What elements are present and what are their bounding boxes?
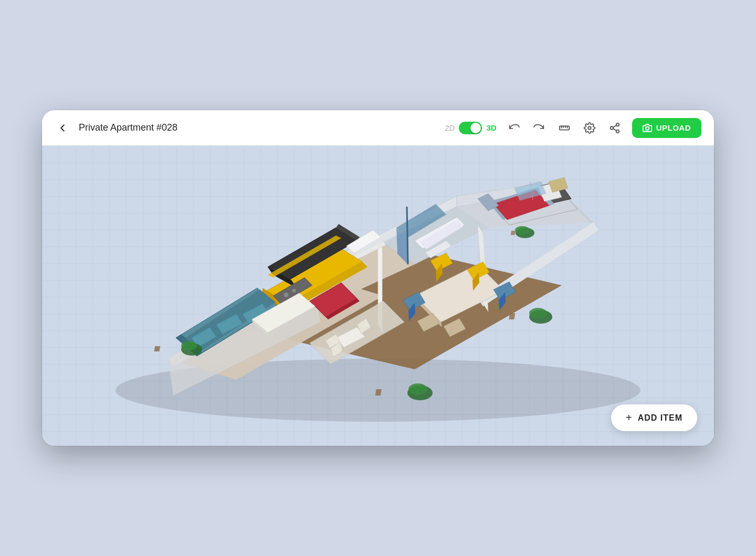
measure-button[interactable] (556, 120, 572, 136)
share-button[interactable] (607, 120, 623, 136)
floorplan-svg (89, 159, 667, 432)
app-container: Private Apartment #028 2D 3D (42, 110, 714, 446)
camera-icon (643, 123, 652, 133)
3d-label: 3D (486, 123, 496, 132)
viewport[interactable]: + ADD ITEM (42, 146, 714, 446)
upload-label: UPLOAD (656, 123, 691, 132)
svg-rect-91 (375, 389, 382, 395)
svg-point-36 (284, 292, 289, 297)
svg-point-54 (515, 226, 530, 234)
svg-point-87 (529, 308, 547, 318)
svg-rect-55 (511, 231, 516, 235)
back-button[interactable] (55, 120, 70, 136)
svg-point-37 (292, 288, 296, 293)
floorplan-area (42, 146, 714, 446)
svg-point-5 (588, 126, 591, 130)
add-item-button[interactable]: + ADD ITEM (611, 404, 697, 431)
plus-icon: + (626, 412, 633, 424)
svg-line-10 (613, 125, 616, 127)
svg-line-42 (407, 207, 408, 264)
svg-point-11 (646, 126, 649, 130)
svg-rect-85 (154, 346, 160, 351)
add-item-label: ADD ITEM (638, 413, 682, 423)
header-controls: 2D 3D (445, 118, 701, 138)
svg-rect-88 (509, 313, 515, 319)
svg-point-84 (181, 341, 197, 350)
page-title: Private Apartment #028 (79, 122, 436, 133)
upload-button[interactable]: UPLOAD (632, 118, 701, 138)
svg-line-9 (613, 129, 616, 131)
redo-button[interactable] (531, 120, 547, 136)
toggle-knob (470, 123, 481, 133)
svg-point-90 (408, 383, 427, 395)
settings-button[interactable] (582, 120, 597, 136)
view-toggle: 2D 3D (445, 122, 496, 134)
undo-button[interactable] (506, 120, 522, 136)
view-mode-toggle[interactable] (459, 122, 482, 134)
2d-label: 2D (445, 123, 455, 132)
header: Private Apartment #028 2D 3D (42, 110, 714, 146)
